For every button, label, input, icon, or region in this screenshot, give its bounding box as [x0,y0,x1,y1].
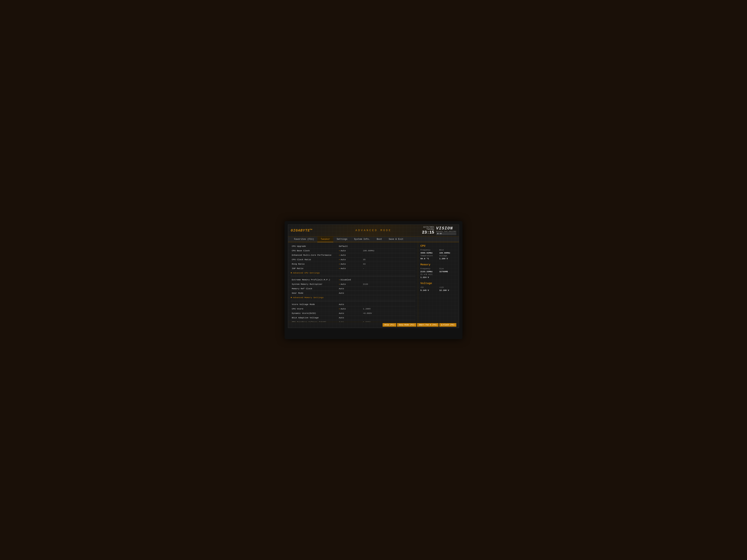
value-cpu-clock-ratio: ★ Auto [339,258,363,261]
label-cpu-upgrade: CPU Upgrade [291,245,339,247]
gigabyte-logo: GIGABYTE™ [291,228,312,233]
voltage-section-title: Voltage [420,282,457,285]
value-cpu-vcore: ★ Auto [339,308,363,310]
label-cpu-clock-ratio: CPU Clock Ratio [291,258,339,261]
value2-vaxg: 1.200V [363,321,415,322]
mem-size-value: 32768MB [439,271,457,273]
label-enhanced-multicore: Enhanced Multi-Core Performance [291,254,339,256]
setting-enhanced-multicore[interactable]: Enhanced Multi-Core Performance ★ Auto [291,253,415,258]
label-gear-mode: Gear Mode [291,292,339,294]
star-icon: ★ [339,250,340,252]
star-icon: ★ [339,267,340,269]
cpu-volt-label: Voltage [439,255,457,257]
tab-boot[interactable]: Boot [373,237,385,242]
info-cpu-section: CPU Frequency BCLK 4800.92MHz 100.00MHz … [420,244,457,260]
setting-xmp[interactable]: Extreme Memory Profile(X.M.P.) ★ Disable… [291,277,415,282]
setting-ring-ratio[interactable]: Ring Ratio ★ Auto 43 [291,262,415,266]
star-icon: ★ [339,259,340,261]
value-mem-ref-clock: Auto [339,287,363,290]
label-xmp: Extreme Memory Profile(X.M.P.) [291,278,339,281]
advanced-mode-title: ADVANCED MODE [355,229,391,232]
value2-igp-ratio: - [363,267,415,270]
label-vaxg: CPU Graphics Voltage (VAXG) [291,321,339,322]
mem-freq-value: 2133.33MHz [420,271,438,273]
date-line1: 12/21/2021 [422,226,434,228]
label-cpu-vcore: CPU Vcore [291,308,339,310]
bullet-icon: ■ [291,272,292,274]
cpu-freq-label: Frequency [420,249,438,251]
tab-favorites[interactable]: Favorites (F11) [291,237,317,242]
setting-cpu-base-clock[interactable]: CPU Base Clock ★ Auto 100.00MHz [291,248,415,253]
label-bclk-adaptive: BCLK Adaptive Voltage [291,317,339,319]
cpu-bclk-value: 100.00MHz [439,252,457,254]
setting-cpu-upgrade[interactable]: CPU Upgrade Default [291,244,415,248]
mem-chvolt-label: Ch A/B Volt [420,273,457,275]
setting-bclk-adaptive[interactable]: BCLK Adaptive Voltage Auto [291,316,415,320]
date-line2: Tuesday [422,228,434,230]
datetime-block: 12/21/2021 Tuesday 23:15 [422,226,434,235]
cpu-volt-value: 1.299 V [439,258,457,260]
star-icon: ★ [339,279,340,281]
bullet-icon: ■ [291,296,292,298]
star-icon: ★ [339,254,340,256]
bios-container: GIGABYTE™ ADVANCED MODE 12/21/2021 Tuesd… [288,224,459,328]
smart-fan-button[interactable]: Smart Fan 6 (F6) [417,323,439,327]
info-panel: CPU Frequency BCLK 4800.92MHz 100.00MHz … [418,242,459,322]
header-right: 12/21/2021 Tuesday 23:15 VISION BROADEN … [422,226,456,235]
cpu-info-grid: Frequency BCLK 4800.92MHz 100.00MHz Temp… [420,249,457,260]
label-advanced-cpu: ■ Advanced CPU Settings [291,272,339,274]
value-mem-multiplier: ★ Auto [339,283,363,285]
volt-5v-label: +5V [420,287,438,289]
info-voltage-section: Voltage +5V +12V 5.145 V 12.168 V [420,282,457,292]
easy-mode-button[interactable]: Easy Mode (F2) [397,323,416,327]
qflash-button[interactable]: Q-Flash (F8) [439,323,456,327]
setting-vcore-mode[interactable]: Vcore Voltage Mode Auto [291,302,415,307]
section-advanced-cpu[interactable]: ■ Advanced CPU Settings [291,271,415,275]
clock-display: 23:15 [422,230,434,235]
tab-sysinfo[interactable]: System Info. [351,237,373,242]
value-ring-ratio: ★ Auto [339,263,363,265]
setting-igp-ratio[interactable]: IGP Ratio ★ Auto - [291,266,415,271]
value2-dynamic-vcore: +0.000V [363,312,415,315]
setting-mem-ref-clock[interactable]: Memory Ref Clock Auto [291,287,415,291]
value2-cpu-vcore: 1.200V [363,308,415,310]
mem-size-label: Size [439,268,457,270]
setting-mem-multiplier[interactable]: System Memory Multiplier ★ Auto 2133 [291,282,415,287]
mem-freq-label: Frequency [420,268,438,270]
star-icon: ★ [339,263,340,265]
value2-ring-ratio: 43 [363,263,415,265]
value-xmp: ★ Disabled [339,278,363,281]
help-button[interactable]: Help (F1) [383,323,396,327]
screen: GIGABYTE™ ADVANCED MODE 12/21/2021 Tuesd… [288,224,459,328]
memory-section-title: Memory [420,263,457,266]
tab-tweaker[interactable]: Tweaker [317,237,333,242]
setting-cpu-clock-ratio[interactable]: CPU Clock Ratio ★ Auto 35 [291,258,415,262]
value2-mem-multiplier: 2133 [363,283,415,285]
vision-logo: VISION [436,226,456,231]
volt-12v-label: +12V [439,287,457,289]
bios-nav: Favorites (F11) Tweaker Settings System … [288,237,459,242]
bios-header: GIGABYTE™ ADVANCED MODE 12/21/2021 Tuesd… [288,224,459,237]
section-advanced-memory[interactable]: ■ Advanced Memory Settings [291,295,415,300]
value2-cpu-clock-ratio: 35 [363,258,415,261]
label-igp-ratio: IGP Ratio [291,267,339,270]
value-enhanced-multicore: ★ Auto [339,254,363,256]
value-dynamic-vcore: Auto [339,312,363,315]
cpu-section-title: CPU [420,244,457,247]
setting-gear-mode[interactable]: Gear Mode Auto [291,291,415,295]
tab-save-exit[interactable]: Save & Exit [385,237,407,242]
tab-settings[interactable]: Settings [333,237,351,242]
setting-dynamic-vcore[interactable]: Dynamic Vcore(DVID) Auto +0.000V [291,311,415,316]
info-memory-section: Memory Frequency Size 2133.33MHz 32768MB… [420,263,457,278]
settings-panel[interactable]: CPU Upgrade Default CPU Base Clock ★ Aut… [288,242,418,322]
mem-chvolt-value: 1.224 V [420,276,457,278]
bios-main: CPU Upgrade Default CPU Base Clock ★ Aut… [288,242,459,322]
cpu-bclk-label: BCLK [439,249,457,251]
setting-vaxg[interactable]: CPU Graphics Voltage (VAXG) Auto 1.200V [291,320,415,322]
label-mem-multiplier: System Memory Multiplier [291,283,339,285]
cpu-temp-value: 50.0 °C [420,258,438,260]
setting-cpu-vcore[interactable]: CPU Vcore ★ Auto 1.200V [291,307,415,311]
label-vcore-mode: Vcore Voltage Mode [291,303,339,305]
vision-subtitle: BROADEN YOUR HORIZONS [436,231,456,232]
label-advanced-memory: ■ Advanced Memory Settings [291,296,339,299]
